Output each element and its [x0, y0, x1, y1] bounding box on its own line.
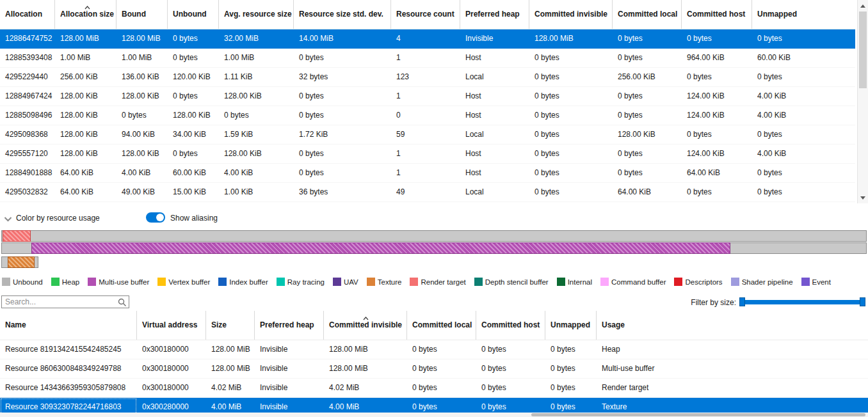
legend-item-multi-use-buffer: Multi-use buffer [88, 278, 149, 286]
cell: 0 bytes [613, 87, 682, 106]
column-header-label: Unbound [173, 10, 207, 19]
unbound-region[interactable] [1, 230, 867, 242]
table-row[interactable]: 4295098368128.00 KiB94.00 KiB34.00 KiB1.… [0, 125, 855, 145]
table-row[interactable]: 128853934081.00 MiB1.00 MiB0 bytes1.00 M… [0, 49, 855, 68]
column-header-unmapped[interactable]: Unmapped [752, 0, 855, 29]
table-row[interactable]: Resource 81913424155424852450x3001800001… [0, 340, 868, 359]
color-by-resource-usage-label[interactable]: Color by resource usage [16, 214, 100, 223]
column-header-size[interactable]: Size [206, 311, 255, 340]
cell: 32.00 MiB [219, 29, 294, 49]
cell: 0 bytes [529, 87, 613, 106]
allocation-table-scrollbar[interactable] [857, 0, 868, 203]
horizontal-scrollbar[interactable] [0, 413, 868, 417]
cell: 128.00 KiB [55, 106, 117, 125]
cell: 49.00 KiB [117, 183, 168, 201]
depth-stencil-buffer-swatch-icon [474, 278, 483, 286]
multi-use-buffer-segment[interactable] [31, 242, 730, 254]
cell: 128.00 KiB [117, 87, 168, 106]
collapse-chevron-icon[interactable] [4, 215, 12, 224]
table-row[interactable]: 4295229440256.00 KiB136.00 KiB120.00 KiB… [0, 68, 855, 87]
table-row[interactable]: 12886474752128.00 MiB128.00 MiB0 bytes32… [0, 29, 855, 49]
show-aliasing-toggle[interactable] [146, 212, 165, 223]
column-header-preferred-heap[interactable]: Preferred heap [255, 311, 324, 340]
allocation-memory-map[interactable] [1, 230, 867, 269]
scroll-up-icon [860, 4, 865, 8]
table-row[interactable]: Resource 143436639593058798080x300180000… [0, 379, 868, 398]
table-row[interactable]: 12885098496128.00 KiB0 bytes128.00 KiB0 … [0, 106, 855, 125]
legend-label: Command buffer [611, 278, 666, 286]
column-header-label: Virtual address [142, 320, 197, 329]
cell: Heap [597, 340, 868, 359]
column-header-allocation[interactable]: Allocation [0, 0, 55, 29]
column-header-resource-count[interactable]: Resource count [391, 0, 460, 29]
cell: 124.00 KiB [682, 87, 752, 106]
render-target-segment[interactable] [3, 230, 31, 242]
cell: 128.00 KiB [55, 145, 117, 163]
column-header-avg-resource-size[interactable]: Avg. resource size [219, 0, 294, 29]
memory-map-row [1, 230, 867, 242]
cell: Render target [597, 379, 868, 397]
cell: 34.00 KiB [168, 125, 219, 144]
cell: 128.00 MiB [55, 29, 117, 49]
slider-handle-max[interactable] [860, 297, 865, 306]
options-row: Color by resource usage Show aliasing [0, 210, 868, 226]
search-icon [118, 298, 127, 309]
table-row[interactable]: 4295557120128.00 KiB128.00 KiB0 bytes128… [0, 145, 855, 164]
cell: 128.00 KiB [219, 145, 294, 163]
table-row[interactable]: 12884967424128.00 KiB128.00 KiB0 bytes12… [0, 87, 855, 106]
cell: Resource 8191342415542485245 [0, 340, 137, 359]
column-header-label: Committed invisible [329, 320, 402, 329]
cell: 94.00 KiB [117, 125, 168, 144]
column-header-usage[interactable]: Usage [597, 311, 868, 340]
legend-label: Depth stencil buffer [485, 278, 549, 286]
cell: 128.00 MiB [529, 29, 613, 49]
scrollbar-thumb[interactable] [859, 12, 867, 88]
column-header-committed-invisible[interactable]: Committed invisible [529, 0, 613, 29]
cell: 1.00 MiB [55, 49, 117, 67]
slider-track[interactable] [741, 300, 864, 304]
column-header-label: Bound [122, 10, 146, 19]
column-header-committed-host[interactable]: Committed host [476, 311, 545, 340]
column-header-virtual-address[interactable]: Virtual address [137, 311, 206, 340]
cell: 12885393408 [0, 49, 55, 67]
column-header-allocation-size[interactable]: Allocation size [55, 0, 117, 29]
table-row[interactable]: Resource 86063008483492497880x3001800001… [0, 359, 868, 379]
internal-swatch-icon [557, 278, 565, 286]
filter-by-size-label: Filter by size: [691, 298, 736, 307]
cell: 49 [391, 183, 460, 201]
scroll-down-button[interactable] [858, 193, 868, 202]
column-header-unmapped[interactable]: Unmapped [545, 311, 597, 340]
column-header-committed-host[interactable]: Committed host [682, 0, 752, 29]
column-header-committed-invisible[interactable]: Committed invisible [324, 311, 407, 340]
size-filter-slider[interactable] [739, 297, 865, 307]
table-row[interactable]: 429503283264.00 KiB49.00 KiB15.00 KiB1.0… [0, 183, 855, 202]
cell: 0 bytes [613, 29, 682, 49]
search-input[interactable] [1, 295, 129, 308]
slider-handle-min[interactable] [739, 297, 745, 306]
column-header-committed-local[interactable]: Committed local [613, 0, 682, 29]
horizontal-scrollbar-thumb[interactable] [531, 413, 865, 416]
cell: 36 bytes [294, 183, 391, 201]
column-header-unbound[interactable]: Unbound [168, 0, 219, 29]
column-header-committed-local[interactable]: Committed local [407, 311, 476, 340]
column-header-resource-size-std-dev[interactable]: Resource size std. dev. [294, 0, 391, 29]
cell: Resource 14343663959305879808 [0, 379, 137, 397]
vertex-buffer-swatch-icon [157, 278, 166, 286]
column-header-name[interactable]: Name [0, 311, 137, 340]
cell: 4.02 MiB [324, 379, 407, 397]
table-row[interactable]: 1288490188864.00 KiB4.00 KiB60.00 KiB4.0… [0, 164, 855, 183]
texture-segment[interactable] [8, 256, 35, 268]
cell: 128.00 KiB [55, 125, 117, 144]
column-header-bound[interactable]: Bound [117, 0, 168, 29]
multi-use-buffer-swatch-icon [88, 278, 96, 286]
cell: 0 bytes [613, 49, 682, 67]
column-header-preferred-heap[interactable]: Preferred heap [460, 0, 529, 29]
cell: Local [460, 68, 529, 86]
scroll-up-button[interactable] [858, 1, 868, 10]
cell: 4.00 KiB [752, 87, 855, 106]
index-buffer-swatch-icon [218, 278, 227, 286]
cell: 0 bytes [529, 106, 613, 125]
cell: 4.00 KiB [219, 164, 294, 182]
cell: 4295229440 [0, 68, 55, 86]
cell: 0 [391, 106, 460, 125]
